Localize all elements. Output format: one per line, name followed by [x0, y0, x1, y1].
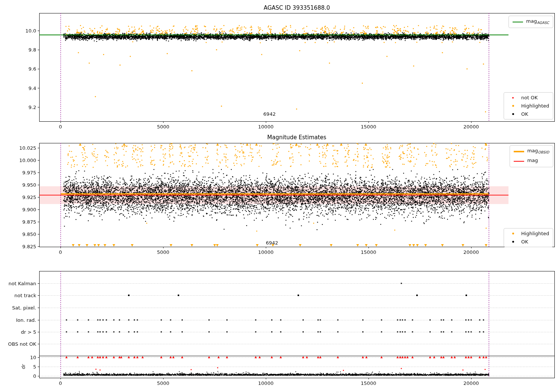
- p1-y-tick-label: 10.0: [25, 28, 36, 34]
- x-tick-label: 0: [59, 249, 62, 255]
- p2-y-tick-label: 9.950: [22, 182, 36, 188]
- p2-y-tick-label: 9.875: [22, 219, 36, 225]
- p2-marker-legend: Highlighted OK: [504, 228, 553, 247]
- legend-item-mag-agasc: magAGASC: [513, 18, 549, 25]
- p2-y-tick-label: 9.925: [22, 195, 36, 200]
- marker-swatch-wrap: [508, 105, 518, 107]
- p1-y-tick-label: 9.4: [28, 85, 36, 91]
- x-tick-label: 5000: [157, 249, 169, 255]
- x-tick-label: 10000: [258, 249, 273, 255]
- p2-line-legend: magOBSID mag: [510, 145, 553, 167]
- line-swatch-wrap: [513, 22, 523, 22]
- legend-item-mag-obsid: magOBSID: [514, 148, 549, 155]
- legend-label: not OK: [521, 95, 538, 100]
- marker-swatch-wrap: [508, 113, 518, 115]
- p3-category-label: OBS not OK: [8, 341, 37, 347]
- line-swatch-wrap: [514, 151, 524, 152]
- legend-label: Highlighted: [521, 103, 549, 109]
- mag-agasc-line-swatch: [513, 22, 523, 22]
- p3-dr-tick-label: 10: [30, 355, 36, 360]
- highlighted-dot-swatch: [512, 233, 514, 234]
- figure: 0500010000150002000005000100001500020000…: [0, 0, 560, 392]
- highlighted-dot-swatch: [512, 105, 514, 107]
- p1-marker-legend: not OK Highlighted OK: [504, 92, 553, 119]
- figure-canvas: [0, 0, 560, 392]
- legend-label: magAGASC: [526, 18, 549, 25]
- p1-y-tick-label: 9.8: [28, 47, 36, 53]
- x-tick-label: 10000: [258, 380, 273, 386]
- legend-item-not-ok: not OK: [508, 95, 549, 100]
- p2-y-tick-label: 9.825: [22, 244, 36, 249]
- legend-item-ok: OK: [508, 239, 549, 245]
- ok-dot-swatch: [512, 113, 514, 115]
- dr-axis-label: dr: [21, 364, 26, 369]
- p3-dr-tick-label: 5: [33, 364, 36, 370]
- x-tick-label: 10000: [258, 124, 273, 130]
- x-tick-label: 0: [59, 124, 62, 130]
- p3-category-label: Sat. pixel.: [12, 305, 36, 311]
- legend-item-highlighted: Highlighted: [508, 231, 549, 236]
- marker-swatch-wrap: [508, 233, 518, 234]
- p1-y-tick-label: 9.6: [28, 66, 36, 72]
- p1-line-legend: magAGASC: [508, 16, 553, 28]
- x-tick-label: 15000: [361, 124, 376, 130]
- p2-y-tick-label: 10.025: [19, 145, 37, 151]
- p2-y-tick-label: 9.900: [22, 207, 36, 212]
- p1-annotation: 6942: [263, 111, 276, 117]
- x-tick-label: 20000: [463, 124, 479, 130]
- legend-item-mag: mag: [514, 158, 549, 165]
- p3-category-label: Ion. rad.: [16, 317, 36, 323]
- x-tick-label: 15000: [361, 380, 376, 386]
- p2-y-tick-label: 9.975: [22, 170, 36, 175]
- plot2-title: Magnitude Estimates: [267, 134, 326, 141]
- line-swatch-wrap: [514, 161, 524, 162]
- p1-y-tick-label: 9.2: [28, 104, 36, 110]
- p2-annotation: 6942: [266, 240, 278, 246]
- p2-y-tick-label: 10.000: [19, 158, 37, 163]
- marker-swatch-wrap: [508, 97, 518, 99]
- p3-category-label: dr > 5: [21, 329, 36, 335]
- not-ok-dot-swatch: [512, 97, 514, 99]
- x-tick-label: 15000: [361, 249, 376, 255]
- mag-line-swatch: [514, 161, 524, 162]
- legend-label: OK: [521, 111, 528, 117]
- x-tick-label: 5000: [157, 124, 169, 130]
- plot1-title: AGASC ID 393351688.0: [264, 4, 330, 11]
- p2-y-tick-label: 9.850: [22, 231, 36, 237]
- legend-item-highlighted: Highlighted: [508, 103, 549, 109]
- p3-category-label: not Kalman: [9, 281, 36, 286]
- legend-item-ok: OK: [508, 111, 549, 117]
- legend-label: OK: [521, 239, 528, 245]
- legend-label: mag: [527, 158, 538, 165]
- p3-category-label: not track: [14, 293, 36, 298]
- legend-label: Highlighted: [521, 231, 549, 236]
- mag-obsid-line-swatch: [514, 151, 524, 152]
- x-tick-label: 20000: [463, 249, 479, 255]
- p3-dr-tick-label: 0: [33, 373, 36, 379]
- x-tick-label: 5000: [157, 380, 169, 386]
- x-tick-label: 0: [59, 380, 62, 386]
- ok-dot-swatch: [512, 241, 514, 243]
- legend-label: magOBSID: [527, 148, 549, 155]
- x-tick-label: 20000: [463, 380, 479, 386]
- marker-swatch-wrap: [508, 241, 518, 243]
